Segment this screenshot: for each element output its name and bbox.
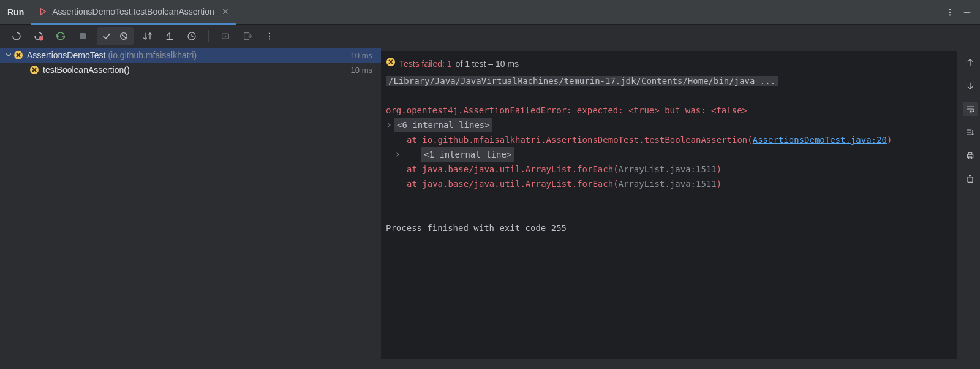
tab-title: AssertionsDemoTest.testBooleanAssertion <box>52 7 214 17</box>
stack-frame: at java.base/java.util.ArrayList.forEach… <box>386 177 957 191</box>
source-link[interactable]: ArrayList.java:1511 <box>619 164 717 174</box>
minimize-icon[interactable] <box>962 7 973 18</box>
test-history-icon[interactable] <box>184 28 200 44</box>
titlebar-left: Run AssertionsDemoTest.testBooleanAssert… <box>7 0 944 25</box>
test-class-package: (io.github.mfaisalkhatri) <box>108 50 197 60</box>
console-side-tools <box>960 48 980 369</box>
svg-line-7 <box>121 34 126 39</box>
more-options-icon[interactable] <box>944 7 956 18</box>
chevron-right-icon[interactable] <box>386 118 393 132</box>
stop-icon[interactable] <box>75 28 91 44</box>
toolbar-separator <box>208 30 209 42</box>
sort-icon[interactable] <box>140 28 156 44</box>
source-link[interactable]: ArrayList.java:1511 <box>619 179 717 189</box>
svg-point-2 <box>949 14 951 15</box>
toolbar-more-icon[interactable] <box>262 28 277 44</box>
source-link[interactable]: AssertionsDemoTest.java:20 <box>753 135 887 145</box>
svg-point-10 <box>225 36 227 37</box>
test-class-name: AssertionsDemoTest <box>27 50 105 60</box>
test-failed-icon <box>29 65 39 75</box>
rerun-failed-icon[interactable] <box>31 28 47 44</box>
test-tree-panel: AssertionsDemoTest (io.github.mfaisalkha… <box>0 48 381 369</box>
print-icon[interactable] <box>963 148 978 163</box>
chevron-right-icon[interactable] <box>394 147 402 162</box>
command-line: /Library/Java/JavaVirtualMachines/temuri… <box>386 74 957 88</box>
toggle-auto-test-icon[interactable] <box>53 28 69 44</box>
test-class-row[interactable]: AssertionsDemoTest (io.github.mfaisalkha… <box>0 48 381 63</box>
svg-point-4 <box>39 36 43 41</box>
internal-lines-fold[interactable]: <6 internal lines> <box>386 118 957 132</box>
titlebar: Run AssertionsDemoTest.testBooleanAssert… <box>0 0 980 25</box>
run-config-icon <box>39 7 47 16</box>
test-status-header: Tests failed: 1 of 1 test – 10 ms <box>386 55 957 74</box>
fold-label: <1 internal line> <box>421 147 514 162</box>
process-exit-line: Process finished with exit code 255 <box>386 221 957 235</box>
test-method-duration: 10 ms <box>351 66 376 75</box>
stack-frame: at java.base/java.util.ArrayList.forEach… <box>386 162 957 177</box>
console-wrap: Tests failed: 1 of 1 test – 10 ms /Libra… <box>381 48 980 369</box>
svg-point-12 <box>269 32 270 34</box>
svg-point-14 <box>269 38 270 39</box>
svg-point-0 <box>949 9 951 10</box>
titlebar-right <box>944 7 973 18</box>
run-tool-window-label: Run <box>7 7 24 17</box>
svg-rect-25 <box>968 153 971 154</box>
soft-wrap-icon[interactable] <box>963 102 978 116</box>
console-output[interactable]: Tests failed: 1 of 1 test – 10 ms /Libra… <box>381 51 957 359</box>
svg-rect-5 <box>80 33 86 39</box>
scroll-to-end-icon[interactable] <box>963 125 978 140</box>
rerun-icon[interactable] <box>9 28 24 44</box>
svg-rect-27 <box>968 177 973 183</box>
show-passed-icon[interactable] <box>98 28 115 44</box>
internal-lines-fold[interactable]: <1 internal line> <box>386 147 957 162</box>
run-config-tab[interactable]: AssertionsDemoTest.testBooleanAssertion … <box>31 1 236 25</box>
tests-failed-count: Tests failed: 1 <box>399 56 452 71</box>
expand-all-icon[interactable] <box>162 28 178 44</box>
tests-total-text: of 1 test – 10 ms <box>456 56 519 71</box>
test-class-duration: 10 ms <box>351 51 376 60</box>
test-method-name: testBooleanAssertion() <box>43 65 130 75</box>
run-toolbar <box>0 25 980 48</box>
filter-group <box>97 27 134 45</box>
fold-label: <6 internal lines> <box>394 118 492 132</box>
clear-all-icon[interactable] <box>963 172 978 186</box>
test-method-row[interactable]: testBooleanAssertion() 10 ms <box>0 63 381 77</box>
scroll-down-icon[interactable] <box>963 78 978 93</box>
test-failed-icon <box>13 50 23 60</box>
content-area: AssertionsDemoTest (io.github.mfaisalkha… <box>0 48 980 369</box>
assertion-error-line: org.opentest4j.AssertionFailedError: exp… <box>386 103 957 118</box>
svg-rect-3 <box>964 12 971 13</box>
show-ignored-icon[interactable] <box>115 28 132 44</box>
test-failed-icon <box>386 56 396 71</box>
close-tab-icon[interactable]: ✕ <box>222 7 229 17</box>
svg-point-1 <box>949 11 951 12</box>
chevron-down-icon[interactable] <box>5 50 13 60</box>
import-tests-icon[interactable] <box>217 28 233 44</box>
scroll-up-icon[interactable] <box>963 55 978 70</box>
svg-point-13 <box>269 36 270 37</box>
export-tests-icon[interactable] <box>239 28 255 44</box>
stack-frame: at io.github.mfaisalkhatri.AssertionsDem… <box>386 132 957 147</box>
